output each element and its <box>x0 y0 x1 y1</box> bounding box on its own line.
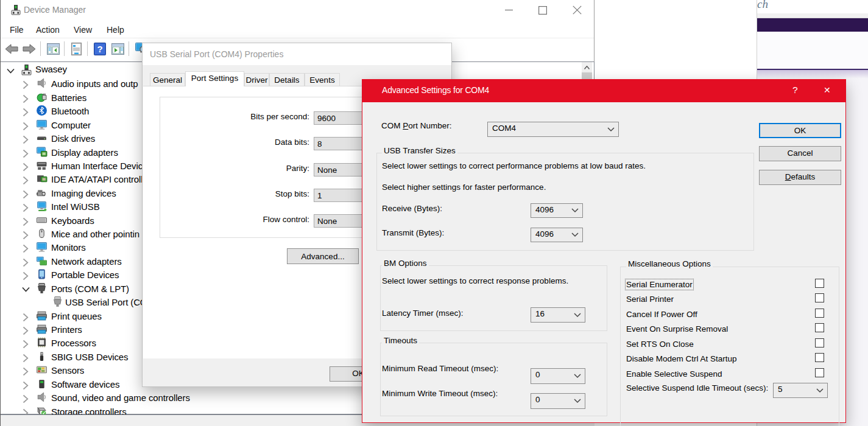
svg-text:?: ? <box>97 44 102 54</box>
